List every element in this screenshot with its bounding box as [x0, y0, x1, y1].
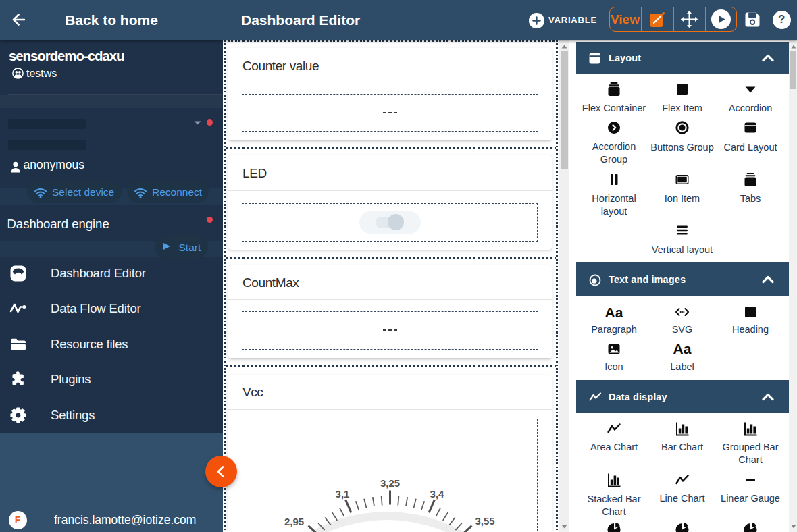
svg-text:3,4: 3,4 [430, 488, 445, 500]
svg-text:3,1: 3,1 [336, 488, 350, 500]
svg-text:2,95: 2,95 [284, 516, 304, 527]
svg-text:3,55: 3,55 [475, 515, 494, 527]
svg-text:3,25: 3,25 [380, 477, 400, 489]
